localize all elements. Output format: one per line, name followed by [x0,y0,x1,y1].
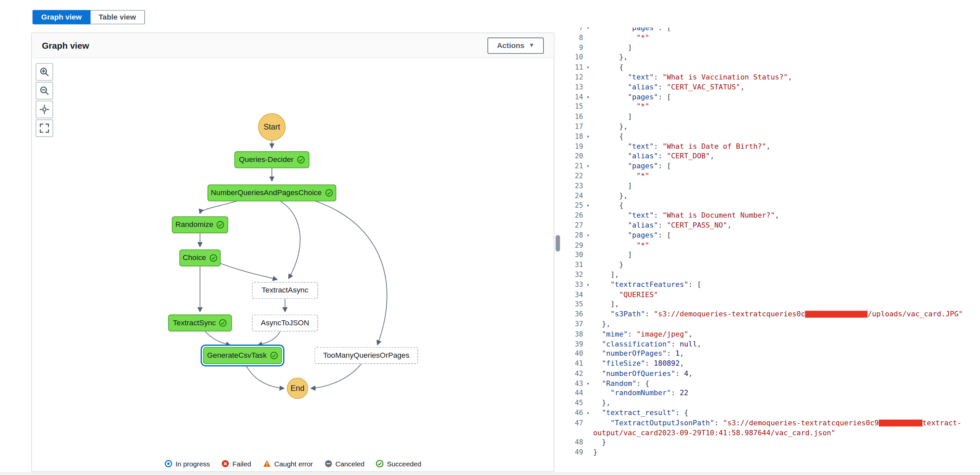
node-number-queries-and-pages-choice[interactable]: NumberQueriesAndPagesChoice [208,184,336,201]
code-text: "classification": null, [593,339,701,349]
code-token: output/vac_card2023-09-29T10:41:58.98764… [593,428,835,437]
code-token: : [ [658,231,671,239]
code-token: : [ [658,27,671,32]
node-choice[interactable]: Choice [180,249,221,266]
code-token: "Random" [602,379,637,387]
legend-label: Caught error [274,460,313,467]
code-token: : [658,83,667,91]
fold-arrow-icon[interactable]: ▾ [583,408,593,418]
panel-title: Graph view [42,40,89,50]
code-token [593,250,628,259]
line-number: 37 [565,319,583,329]
code-token: : [ [688,280,701,289]
fold-arrow-icon[interactable]: ▾ [583,62,593,73]
line-number: 41 [565,359,583,369]
node-textract-sync[interactable]: TextractSync [168,314,232,331]
line-number: 22 [565,171,583,181]
code-token: "*" [636,102,649,111]
code-text: "Random": { [593,379,649,389]
fold-spacer [583,270,593,280]
code-text: "TextractOutputJsonPath": "s3://demoquer… [593,418,961,428]
fold-arrow-icon[interactable]: ▾ [583,132,593,142]
failed-icon [221,460,229,468]
code-token [593,359,601,368]
code-text: "fileSize": 180892, [593,359,684,369]
fit-view-button[interactable] [36,120,53,137]
fold-spacer [583,142,593,152]
fold-arrow-icon[interactable]: ▾ [583,27,593,33]
code-token [593,408,601,417]
node-label: End [291,384,305,392]
node-too-many-queries-or-pages[interactable]: TooManyQueriesOrPages [315,347,418,364]
code-text: "text": "What is Vaccination Status?", [593,73,792,83]
node-queries-decider[interactable]: Queries-Decider [234,151,310,168]
tab-table-view[interactable]: Table view [91,10,145,24]
actions-button[interactable]: Actions ▼ [488,37,544,53]
code-text: "pages": [ [593,231,671,241]
code-token [593,398,601,407]
line-number: 25 [565,201,583,211]
fold-arrow-icon[interactable]: ▾ [583,280,593,290]
code-token [593,142,628,150]
fold-arrow-icon[interactable]: ▾ [583,379,593,389]
center-graph-button[interactable] [36,101,53,118]
code-token [593,181,628,190]
node-start[interactable]: Start [258,113,286,141]
succeeded-icon [376,460,384,468]
code-token: "s3Path" [611,310,645,318]
fold-spacer [583,112,593,122]
line-number: 44 [565,389,583,398]
line-number: 7 [565,27,583,33]
code-row: 9 ] [565,43,972,53]
code-text: "textractFeatures": [ [593,280,701,290]
zoom-out-button[interactable] [36,82,53,99]
legend-label: Canceled [336,460,364,467]
code-text: ] [593,43,632,53]
code-token [593,62,619,71]
vertical-scrollbar-thumb[interactable] [555,235,560,252]
tab-graph-view[interactable]: Graph view [32,10,91,24]
code-token [593,33,636,42]
line-number: 27 [565,221,583,231]
node-textract-async[interactable]: TextractAsync [252,282,318,298]
code-token: "text" [628,142,654,150]
node-async-to-json[interactable]: AsyncToJSON [252,314,318,331]
zoom-in-button[interactable] [36,63,53,81]
code-token [593,260,619,269]
code-token: null [680,339,697,348]
line-number: 15 [565,102,583,112]
code-text: ] [593,181,632,191]
line-number: 38 [565,329,583,339]
code-token [593,92,628,101]
actions-label: Actions [497,41,525,50]
line-number: 13 [565,83,583,92]
succeeded-check-icon [270,351,278,359]
code-token: : [675,369,684,378]
succeeded-check-icon [325,188,333,197]
code-text: "alias": "CERT_PASS_NO", [593,221,731,231]
node-end[interactable]: End [287,378,308,399]
succeeded-check-icon [216,220,225,229]
code-text: ] [593,250,632,260]
node-generate-csv-task[interactable]: GenerateCsvTask [203,347,282,364]
code-text: } [593,448,597,458]
code-token: "What is Document Number?" [662,211,775,219]
edge-number-queries-and-pages-choice-to-randomize [200,201,238,213]
code-row: 49} [565,448,972,458]
fold-arrow-icon[interactable]: ▾ [583,231,593,241]
fold-spacer [583,83,593,92]
code-token: "CERT_VAC_STATUS" [667,83,740,91]
node-randomize[interactable]: Randomize [172,216,228,233]
line-number: 36 [565,310,583,320]
line-number: 49 [565,448,583,458]
fold-arrow-icon[interactable]: ▾ [583,92,593,102]
code-token: 180892 [654,359,680,368]
line-number: 18 [565,132,583,142]
code-token [593,319,601,328]
fold-arrow-icon[interactable]: ▾ [583,201,593,211]
fold-arrow-icon[interactable]: ▾ [583,161,593,171]
succeeded-check-icon [209,253,218,262]
code-token [593,241,636,249]
code-row: 24 }, [565,191,972,201]
fold-spacer [583,398,593,408]
